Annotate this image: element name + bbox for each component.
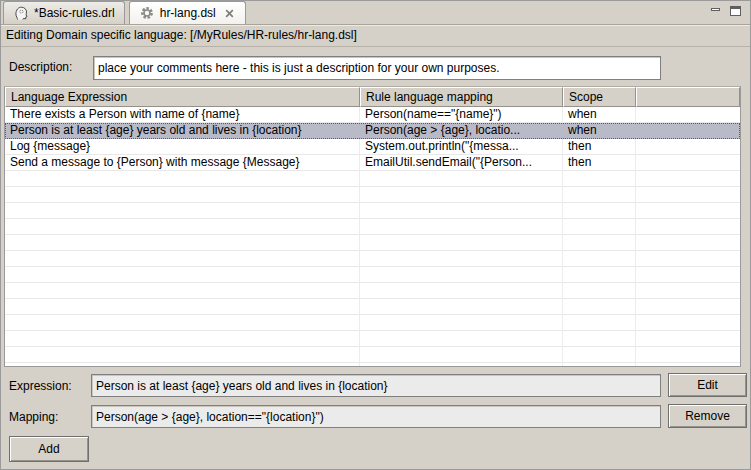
cell-expression: Person is at least {age} years old and l… — [5, 123, 360, 139]
close-icon[interactable] — [223, 7, 236, 20]
description-input[interactable] — [93, 56, 661, 80]
cell-empty — [636, 123, 740, 139]
cell-mapping: Person(name=="{name}") — [360, 107, 563, 123]
expression-label: Expression: — [9, 379, 72, 393]
cell-empty — [636, 139, 740, 155]
column-header-empty[interactable] — [636, 87, 740, 107]
maximize-view-icon[interactable] — [728, 6, 742, 18]
mapping-field[interactable] — [91, 405, 661, 428]
table-row[interactable]: There exists a Person with name of {name… — [5, 107, 740, 123]
cell-scope: then — [563, 155, 636, 171]
gear-icon — [139, 5, 155, 21]
table-body[interactable]: There exists a Person with name of {name… — [5, 107, 740, 367]
table-row[interactable]: Log {message}System.out.println("{messa.… — [5, 139, 740, 155]
cell-mapping: Person(age > {age}, locatio... — [360, 123, 563, 139]
tab-basic-rules[interactable]: *Basic-rules.drl — [3, 1, 125, 24]
minimize-view-icon[interactable] — [708, 6, 722, 18]
cell-mapping: EmailUtil.sendEmail("{Person... — [360, 155, 563, 171]
dsl-expression-table: Language Expression Rule language mappin… — [4, 86, 741, 367]
drools-head-icon — [13, 5, 29, 21]
tab-label: hr-lang.dsl — [160, 3, 216, 23]
edit-button[interactable]: Edit — [668, 373, 747, 397]
view-controls — [708, 6, 750, 24]
tab-label: *Basic-rules.drl — [34, 3, 115, 23]
add-button[interactable]: Add — [9, 436, 89, 462]
cell-expression: Send a message to {Person} with message … — [5, 155, 360, 171]
column-header-scope[interactable]: Scope — [563, 87, 636, 107]
description-label: Description: — [9, 60, 72, 74]
table-row[interactable]: Person is at least {age} years old and l… — [5, 123, 740, 139]
cell-scope: when — [563, 123, 636, 139]
tab-hr-lang[interactable]: hr-lang.dsl — [129, 1, 246, 24]
remove-button[interactable]: Remove — [668, 404, 747, 428]
column-header-language-expression[interactable]: Language Expression — [5, 87, 360, 107]
cell-expression: Log {message} — [5, 139, 360, 155]
cell-expression: There exists a Person with name of {name… — [5, 107, 360, 123]
cell-mapping: System.out.println("{messa... — [360, 139, 563, 155]
mapping-label: Mapping: — [9, 410, 58, 424]
cell-empty — [636, 107, 740, 123]
cell-empty — [636, 155, 740, 171]
table-row[interactable]: Send a message to {Person} with message … — [5, 155, 740, 171]
editor-title: Editing Domain specific language: [/MyRu… — [1, 25, 750, 47]
editor-tab-bar: *Basic-rules.drl hr-lang.dsl — [1, 1, 750, 25]
expression-field[interactable] — [91, 374, 661, 397]
dsl-editor-view: *Basic-rules.drl hr-lang.dsl Editing Dom… — [0, 0, 751, 470]
cell-scope: then — [563, 139, 636, 155]
cell-scope: when — [563, 107, 636, 123]
column-header-rule-language-mapping[interactable]: Rule language mapping — [360, 87, 563, 107]
table-header-row: Language Expression Rule language mappin… — [5, 87, 740, 107]
